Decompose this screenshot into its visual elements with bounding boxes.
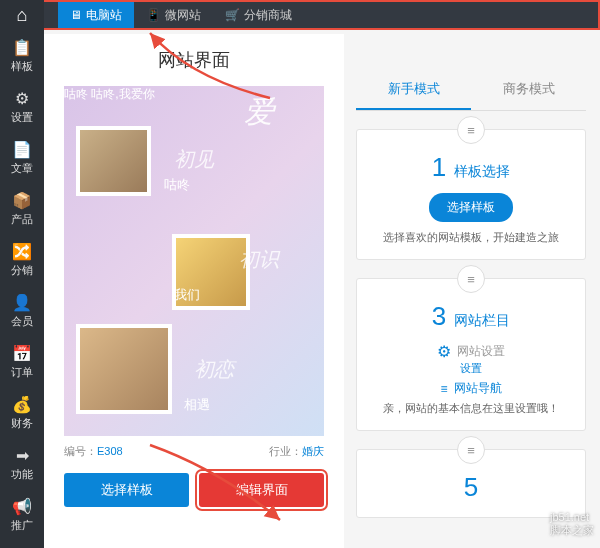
sidebar-item-promotion[interactable]: 📢推广	[0, 489, 44, 540]
page-title: 网站界面	[44, 34, 344, 86]
template-icon: 📋	[12, 38, 32, 57]
sidebar-item-function[interactable]: ➡功能	[0, 438, 44, 489]
step-link-label: 网站设置	[457, 343, 505, 360]
preview-gudo: 咕咚	[164, 176, 190, 194]
topbar: 🖥电脑站 📱微网站 🛒分销商城	[0, 0, 600, 30]
sidebar-item-product[interactable]: 📦产品	[0, 183, 44, 234]
topbar-tab-mobile[interactable]: 📱微网站	[134, 2, 213, 28]
select-template-button[interactable]: 选择样板	[64, 473, 189, 507]
step-number: 5	[464, 472, 478, 503]
sidebar-item-label: 文章	[11, 161, 33, 176]
template-code: 编号：E308	[64, 444, 123, 459]
step-number: 3	[432, 301, 446, 332]
mode-tabs: 新手模式 商务模式	[356, 70, 586, 111]
step-link-settings[interactable]: ⚙网站设置	[369, 342, 573, 361]
step-title: 网站栏目	[454, 312, 510, 330]
template-category: 行业：婚庆	[269, 444, 324, 459]
step-link-nav[interactable]: ≡网站导航	[369, 380, 573, 397]
member-icon: 👤	[12, 293, 32, 312]
step-link-label: 网站导航	[454, 380, 502, 397]
sidebar-item-label: 设置	[11, 110, 33, 125]
step-link-settings-label: 设置	[369, 361, 573, 376]
action-row: 选择样板 编辑界面	[44, 467, 344, 513]
step-title: 样板选择	[454, 163, 510, 181]
step-card-3: ≡ 3网站栏目 ⚙网站设置 设置 ≡网站导航 亲，网站的基本信息在这里设置哦！	[356, 278, 586, 431]
function-icon: ➡	[16, 446, 29, 465]
template-preview: 咕咚 咕咚,我爱你 爱 初见 咕咚 初识 我们 初恋 相遇	[64, 86, 324, 436]
preview-photo	[76, 324, 172, 414]
preview-first: 初恋	[194, 356, 234, 383]
phone-icon: 📱	[146, 8, 161, 22]
sidebar-item-label: 订单	[11, 365, 33, 380]
preview-see: 相遇	[184, 396, 210, 414]
promotion-icon: 📢	[12, 497, 32, 516]
topbar-tab-label: 分销商城	[244, 7, 292, 24]
home-icon[interactable]: ⌂	[0, 0, 44, 30]
topbar-tab-mall[interactable]: 🛒分销商城	[213, 2, 304, 28]
menu-icon: ≡	[440, 382, 447, 396]
mall-icon: 🛒	[225, 8, 240, 22]
topbar-tab-label: 微网站	[165, 7, 201, 24]
preview-love: 爱	[244, 92, 274, 133]
list-icon: ≡	[457, 116, 485, 144]
step-number: 1	[432, 152, 446, 183]
article-icon: 📄	[12, 140, 32, 159]
preview-slogan: 咕咚 咕咚,我爱你	[64, 86, 324, 103]
sidebar-item-label: 功能	[11, 467, 33, 482]
sidebar-item-label: 分销	[11, 263, 33, 278]
sidebar-item-distribution[interactable]: 🔀分销	[0, 234, 44, 285]
step-card-1: ≡ 1样板选择 选择样板 选择喜欢的网站模板，开始建造之旅	[356, 129, 586, 260]
product-icon: 📦	[12, 191, 32, 210]
sidebar-item-label: 财务	[11, 416, 33, 431]
sidebar-item-label: 推广	[11, 518, 33, 533]
sidebar-item-order[interactable]: 📅订单	[0, 336, 44, 387]
sidebar-item-finance[interactable]: 💰财务	[0, 387, 44, 438]
distribution-icon: 🔀	[12, 242, 32, 261]
main-panel: 网站界面 咕咚 咕咚,我爱你 爱 初见 咕咚 初识 我们 初恋 相遇 编号：E3…	[44, 34, 344, 548]
topbar-tab-pc[interactable]: 🖥电脑站	[58, 2, 134, 28]
watermark: jb51.net 脚本之家	[550, 511, 594, 538]
step-tip: 选择喜欢的网站模板，开始建造之旅	[369, 230, 573, 245]
tab-novice[interactable]: 新手模式	[356, 70, 471, 110]
sidebar-item-label: 会员	[11, 314, 33, 329]
template-meta: 编号：E308 行业：婚庆	[44, 436, 344, 467]
sidebar-item-label: 样板	[11, 59, 33, 74]
sidebar-item-settings[interactable]: ⚙设置	[0, 81, 44, 132]
gear-icon: ⚙	[437, 342, 451, 361]
sidebar-item-template[interactable]: 📋样板	[0, 30, 44, 81]
list-icon: ≡	[457, 436, 485, 464]
tab-business[interactable]: 商务模式	[471, 70, 586, 110]
step-tip: 亲，网站的基本信息在这里设置哦！	[369, 401, 573, 416]
topbar-tab-label: 电脑站	[86, 7, 122, 24]
monitor-icon: 🖥	[70, 8, 82, 22]
edit-ui-button[interactable]: 编辑界面	[199, 473, 324, 507]
card-select-template-button[interactable]: 选择样板	[429, 193, 513, 222]
preview-photo	[76, 126, 151, 196]
gear-icon: ⚙	[15, 89, 29, 108]
preview-meet: 初见	[174, 146, 214, 173]
sidebar-item-label: 产品	[11, 212, 33, 227]
sidebar-item-article[interactable]: 📄文章	[0, 132, 44, 183]
step-card-5: ≡ 5	[356, 449, 586, 518]
sidebar: ⌂ 📋样板 ⚙设置 📄文章 📦产品 🔀分销 👤会员 📅订单 💰财务 ➡功能 📢推…	[0, 0, 44, 548]
order-icon: 📅	[12, 344, 32, 363]
preview-know: 初识	[239, 246, 279, 273]
sidebar-item-member[interactable]: 👤会员	[0, 285, 44, 336]
right-panel: 新手模式 商务模式 ≡ 1样板选择 选择样板 选择喜欢的网站模板，开始建造之旅 …	[356, 70, 586, 518]
finance-icon: 💰	[12, 395, 32, 414]
list-icon: ≡	[457, 265, 485, 293]
preview-us: 我们	[174, 286, 200, 304]
